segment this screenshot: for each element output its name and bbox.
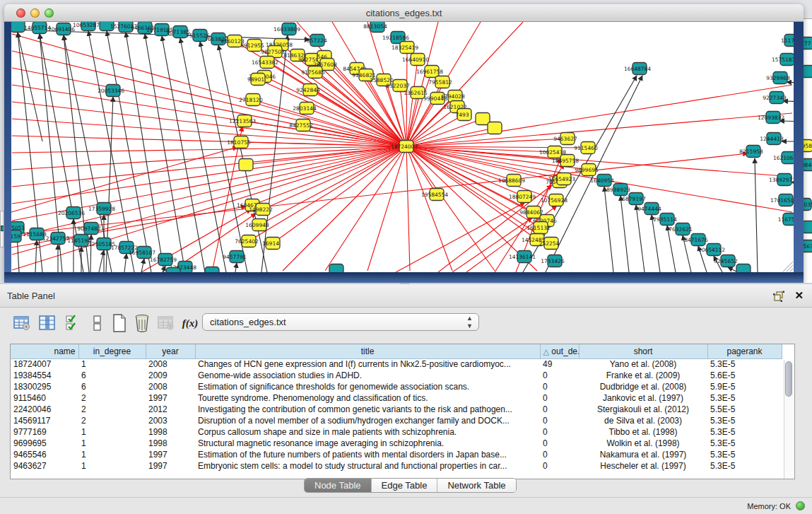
cell-short[interactable]: Franke et al. (2009) bbox=[579, 370, 707, 381]
table-row[interactable]: 1938455462009Genome-wide association stu… bbox=[11, 370, 782, 381]
vertical-scrollbar[interactable] bbox=[784, 360, 793, 479]
cell-name[interactable]: 9463627 bbox=[11, 460, 78, 472]
cell-pagerank[interactable]: 5.9E-5 bbox=[707, 381, 782, 392]
new-table-icon[interactable] bbox=[110, 314, 129, 332]
cell-title[interactable]: Tourette syndrome. Phenomenology and cla… bbox=[195, 392, 540, 404]
tab-node-table[interactable]: Node Table bbox=[305, 479, 372, 492]
column-header-in-degree[interactable]: in_degree bbox=[78, 344, 146, 358]
float-panel-icon[interactable] bbox=[772, 290, 785, 303]
cell-in-degree[interactable]: 1 bbox=[78, 358, 146, 370]
cell-year[interactable]: 1997 bbox=[146, 392, 195, 404]
delete-table-icon[interactable] bbox=[157, 314, 175, 332]
graph-node[interactable] bbox=[476, 113, 490, 125]
cell-pagerank[interactable]: 5.6E-5 bbox=[707, 370, 782, 381]
cell-in-degree[interactable]: 1 bbox=[78, 426, 146, 438]
cell-name[interactable]: 22420046 bbox=[11, 404, 78, 415]
cell-in-degree[interactable]: 2 bbox=[78, 415, 146, 426]
cell-name[interactable]: 9115460 bbox=[11, 392, 78, 404]
table-row[interactable]: 969969511998Structural magnetic resonanc… bbox=[11, 438, 782, 449]
cell-in-degree[interactable]: 1 bbox=[78, 449, 146, 460]
cell-pagerank[interactable]: 5.3E-5 bbox=[707, 358, 782, 370]
cell-name[interactable]: 9465546 bbox=[11, 449, 78, 460]
cell-title[interactable]: Estimation of significance thresholds fo… bbox=[195, 381, 540, 392]
cell-out-degree[interactable]: 49 bbox=[540, 358, 579, 370]
cell-pagerank[interactable]: 5.5E-5 bbox=[707, 404, 782, 415]
cell-title[interactable]: Corpus callosum shape and size in male p… bbox=[195, 426, 540, 438]
network-canvas[interactable]: 1405571420691406106532871527602794661611… bbox=[11, 22, 794, 272]
cell-short[interactable]: Wolkin et al. (1998) bbox=[579, 438, 707, 449]
cell-year[interactable]: 2003 bbox=[146, 415, 195, 426]
cell-title[interactable]: Genome-wide association studies in ADHD. bbox=[195, 370, 540, 381]
cell-in-degree[interactable]: 1 bbox=[78, 438, 146, 449]
cell-short[interactable]: Jankovic et al. (1997) bbox=[579, 392, 707, 404]
row-options-icon[interactable] bbox=[88, 314, 106, 332]
cell-year[interactable]: 2009 bbox=[146, 370, 195, 381]
cell-short[interactable]: Hescheler et al. (1997) bbox=[579, 460, 707, 472]
cell-year[interactable]: 2012 bbox=[146, 404, 195, 415]
scrollbar-thumb[interactable] bbox=[785, 361, 792, 397]
cell-out-degree[interactable]: 0 bbox=[540, 392, 579, 404]
cell-in-degree[interactable]: 6 bbox=[78, 381, 146, 392]
cell-short[interactable]: Tibbo et al. (1998) bbox=[579, 426, 707, 438]
graph-node[interactable] bbox=[166, 268, 180, 273]
tab-network-table[interactable]: Network Table bbox=[437, 479, 515, 492]
cell-name[interactable]: 18300295 bbox=[11, 381, 78, 392]
cell-out-degree[interactable]: 0 bbox=[540, 415, 579, 426]
cell-out-degree[interactable]: 0 bbox=[540, 426, 579, 438]
column-header-short[interactable]: short bbox=[579, 344, 707, 358]
column-selector-icon[interactable] bbox=[38, 314, 57, 332]
cell-short[interactable]: Nakamura et al. (1997) bbox=[579, 449, 707, 460]
graph-node[interactable] bbox=[239, 159, 253, 171]
table-selector-dropdown[interactable]: citations_edges.txt ▲▼ bbox=[202, 313, 479, 331]
table-row[interactable]: 1872400712008Changes of HCN gene express… bbox=[11, 358, 782, 370]
cell-name[interactable]: 14569117 bbox=[11, 415, 78, 426]
network-graph[interactable]: 1405571420691406106532871527602794661611… bbox=[11, 22, 794, 272]
cell-title[interactable]: Investigating the contribution of common… bbox=[195, 404, 540, 415]
cell-title[interactable]: Estimation of the future numbers of pati… bbox=[195, 449, 540, 460]
column-header-out-degree[interactable]: △ out_de... bbox=[540, 344, 579, 358]
cell-name[interactable]: 18724007 bbox=[11, 358, 78, 370]
cell-title[interactable]: Structural magnetic resonance image aver… bbox=[195, 438, 540, 449]
cell-short[interactable]: Yano et al. (2008) bbox=[579, 358, 707, 370]
graph-node[interactable] bbox=[736, 264, 751, 273]
column-header-year[interactable]: year bbox=[146, 344, 195, 358]
cell-in-degree[interactable]: 2 bbox=[78, 404, 146, 415]
table-row[interactable]: 911546021997Tourette syndrome. Phenomeno… bbox=[11, 392, 782, 404]
cell-out-degree[interactable]: 0 bbox=[540, 449, 579, 460]
cell-in-degree[interactable]: 2 bbox=[78, 392, 146, 404]
graph-node[interactable] bbox=[11, 22, 25, 33]
graph-node[interactable] bbox=[804, 221, 812, 233]
graph-node[interactable] bbox=[329, 264, 343, 273]
cell-in-degree[interactable]: 1 bbox=[78, 460, 146, 472]
cell-out-degree[interactable]: 0 bbox=[540, 370, 579, 381]
cell-pagerank[interactable]: 5.3E-5 bbox=[707, 438, 782, 449]
table-row[interactable]: 977716911998Corpus callosum shape and si… bbox=[11, 426, 782, 438]
cell-pagerank[interactable]: 5.3E-5 bbox=[707, 449, 782, 460]
cell-out-degree[interactable]: 0 bbox=[540, 460, 579, 472]
graph-node[interactable] bbox=[488, 122, 502, 134]
network-view-window[interactable]: citations_edges.txt 14055714206914061065… bbox=[4, 4, 804, 283]
graph-node[interactable] bbox=[205, 267, 219, 273]
window-titlebar[interactable]: citations_edges.txt bbox=[4, 4, 804, 22]
tab-edge-table[interactable]: Edge Table bbox=[372, 479, 438, 492]
cell-pagerank[interactable]: 5.3E-5 bbox=[707, 415, 782, 426]
close-panel-icon[interactable]: ✕ bbox=[794, 289, 804, 302]
table-row[interactable]: 1456911722003Disruption of a novel membe… bbox=[11, 415, 782, 426]
table-row[interactable]: 2242004622012Investigating the contribut… bbox=[11, 404, 782, 415]
cell-out-degree[interactable]: 0 bbox=[540, 438, 579, 449]
select-columns-icon[interactable] bbox=[64, 314, 82, 332]
cell-title[interactable]: Changes of HCN gene expression and I(f) … bbox=[195, 358, 540, 370]
cell-year[interactable]: 1998 bbox=[146, 426, 195, 438]
cell-short[interactable]: Stergiakouli et al. (2012) bbox=[579, 404, 707, 415]
column-header-pagerank[interactable]: pagerank bbox=[707, 344, 782, 358]
table-settings-icon[interactable] bbox=[13, 314, 31, 332]
cell-name[interactable]: 9699695 bbox=[11, 438, 78, 449]
delete-attribute-icon[interactable] bbox=[133, 314, 151, 332]
cell-out-degree[interactable]: 0 bbox=[540, 404, 579, 415]
cell-name[interactable]: 9777169 bbox=[11, 426, 78, 438]
cell-year[interactable]: 1997 bbox=[146, 460, 195, 472]
cell-out-degree[interactable]: 0 bbox=[540, 381, 579, 392]
cell-title[interactable]: Disruption of a novel member of a sodium… bbox=[195, 415, 540, 426]
cell-in-degree[interactable]: 6 bbox=[78, 370, 146, 381]
cell-short[interactable]: de Silva et al. (2003) bbox=[579, 415, 707, 426]
